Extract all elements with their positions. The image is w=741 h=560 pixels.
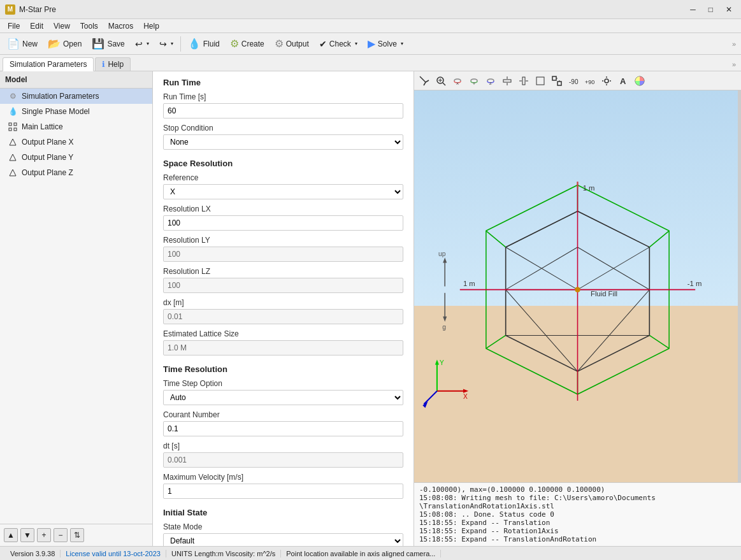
svg-text:Z: Z (489, 82, 492, 85)
state-mode-select[interactable]: Default (163, 533, 403, 546)
log-line-3: 15:08:08: .. Done. Status code 0 (419, 510, 736, 519)
license-text: License valid until 13-oct-2023 (66, 550, 161, 557)
reference-select[interactable]: X Y Z (163, 184, 403, 199)
menu-edit[interactable]: Edit (25, 20, 48, 32)
section-run-time: Run Time (163, 78, 403, 87)
open-button[interactable]: 📂 Open (43, 35, 86, 53)
res-lz-input[interactable] (163, 278, 403, 293)
res-ly-input[interactable] (163, 247, 403, 262)
vp-fit-button[interactable] (549, 73, 565, 89)
vp-rotate-x-button[interactable]: X (450, 73, 465, 89)
title-controls: ─ □ ✕ (686, 4, 736, 15)
plane-x-icon (8, 137, 18, 147)
vp-pan-y-button[interactable] (516, 73, 531, 89)
svg-text:Y: Y (473, 82, 475, 85)
log-panel[interactable]: -0.100000), max=(0.100000 0.100000 0.100… (414, 482, 741, 546)
sidebar-item-single-phase-model[interactable]: 💧 Single Phase Model (0, 104, 152, 119)
menu-help[interactable]: Help (138, 20, 164, 32)
max-velocity-input[interactable] (163, 484, 403, 499)
log-line-1: 15:08:08: Writing mesh to file: C:\Users… (419, 494, 736, 502)
vp-rotate-z-button[interactable]: Z (483, 73, 498, 89)
menu-tools[interactable]: Tools (75, 20, 103, 32)
sidebar-sort-button[interactable]: ⇅ (70, 528, 84, 542)
time-step-option-select[interactable]: Auto Manual (163, 390, 403, 405)
vp-color-button[interactable] (632, 73, 647, 89)
sidebar-item-output-plane-y[interactable]: Output Plane Y (0, 150, 152, 165)
dt-label: dt [s] (163, 442, 403, 450)
minimize-button[interactable]: ─ (686, 4, 700, 15)
menu-macros[interactable]: Macros (103, 20, 138, 32)
statusbar: Version 3.9.38 License valid until 13-oc… (0, 546, 741, 560)
vp-settings-button[interactable] (599, 73, 614, 89)
sidebar-remove-button[interactable]: − (54, 528, 68, 542)
vp-reset-ccw-button[interactable]: +90 (582, 73, 598, 89)
content-panel: Run Time Run Time [s] Stop Condition Non… (153, 71, 414, 546)
log-line-5: 15:18:55: Expand -- Rotation1Axis (419, 527, 736, 535)
check-button[interactable]: ✔ Check ▾ (315, 35, 362, 53)
vp-rotate-y-button[interactable]: Y (466, 73, 482, 89)
tab-help[interactable]: ℹ Help (95, 57, 131, 71)
fluid-icon: 💧 (188, 38, 201, 50)
maximize-button[interactable]: □ (705, 4, 717, 15)
output-button[interactable]: ⚙ Output (270, 35, 313, 53)
create-button[interactable]: ⚙ Create (226, 35, 269, 53)
svg-line-53 (486, 335, 506, 348)
svg-text:+90: +90 (585, 79, 594, 85)
viewport-canvas[interactable]: Y X up g (414, 90, 741, 482)
vp-text-button[interactable]: A (615, 73, 631, 89)
point-location-item: Point location available in axis aligned… (281, 550, 441, 557)
sidebar-item-output-plane-z[interactable]: Output Plane Z (0, 165, 152, 180)
stop-condition-select[interactable]: None Steady State (163, 134, 403, 150)
dx-label: dx [m] (163, 298, 403, 307)
save-button[interactable]: 💾 Save (87, 35, 129, 53)
vp-pan-x-button[interactable] (500, 73, 515, 89)
license-item: License valid until 13-oct-2023 (61, 550, 166, 557)
new-icon: 📄 (7, 38, 20, 50)
redo-button[interactable]: ↪ ▾ (155, 35, 178, 53)
sidebar-add-button[interactable]: + (37, 528, 51, 542)
menu-file[interactable]: File (3, 20, 25, 32)
toolbar-expand[interactable]: » (732, 40, 738, 48)
sidebar-bottom-controls: ▲ ▼ + − ⇅ (0, 524, 152, 546)
res-lz-label: Resolution LZ (163, 267, 403, 276)
tabbar-expand[interactable]: » (730, 58, 738, 71)
drop-icon: 💧 (8, 106, 18, 117)
fluid-button[interactable]: 💧 Fluid (183, 35, 224, 53)
version-item: Version 3.9.38 (5, 550, 61, 557)
log-line-0: -0.100000), max=(0.100000 0.100000 0.100… (419, 485, 736, 494)
menu-view[interactable]: View (48, 20, 75, 32)
viewport-toolbar: X Y Z -90 +90 (414, 71, 741, 90)
new-button[interactable]: 📄 New (3, 35, 42, 53)
close-button[interactable]: ✕ (722, 4, 736, 15)
units-text: UNITS Length:m Viscosity: m^2/s (171, 550, 275, 557)
solve-button[interactable]: ▶ Solve ▾ (363, 35, 408, 53)
max-velocity-label: Maximum Velocity [m/s] (163, 473, 403, 482)
section-space-resolution: Space Resolution (163, 159, 403, 168)
resize-handle[interactable] (738, 90, 741, 482)
svg-text:1 m: 1 m (583, 184, 595, 192)
app-title: M-Star Pre (19, 5, 56, 14)
courant-input[interactable] (163, 421, 403, 436)
create-icon: ⚙ (230, 38, 239, 50)
stop-condition-label: Stop Condition (163, 124, 403, 133)
svg-line-56 (506, 212, 578, 247)
sidebar-item-output-plane-x[interactable]: Output Plane X (0, 134, 152, 150)
svg-point-76 (575, 287, 580, 292)
vp-reset-cw-button[interactable]: -90 (566, 73, 581, 89)
res-lx-input[interactable] (163, 215, 403, 231)
svg-text:-90: -90 (569, 78, 579, 85)
vp-zoom-button[interactable] (433, 73, 449, 89)
svg-rect-20 (522, 77, 525, 85)
sidebar-item-main-lattice[interactable]: Main Lattice (0, 119, 152, 134)
sidebar-down-button[interactable]: ▼ (20, 528, 34, 542)
run-time-input[interactable] (163, 103, 403, 118)
svg-marker-4 (10, 139, 16, 145)
svg-rect-24 (552, 76, 556, 80)
undo-button[interactable]: ↩ ▾ (131, 35, 154, 53)
sidebar-item-simulation-parameters[interactable]: ⚙ Simulation Parameters (0, 89, 152, 104)
sidebar-up-button[interactable]: ▲ (4, 528, 18, 542)
vp-pan-z-button[interactable] (533, 73, 548, 89)
tab-simulation-parameters[interactable]: Simulation Parameters (3, 57, 94, 71)
svg-line-67 (578, 290, 650, 371)
vp-select-button[interactable] (417, 73, 432, 89)
